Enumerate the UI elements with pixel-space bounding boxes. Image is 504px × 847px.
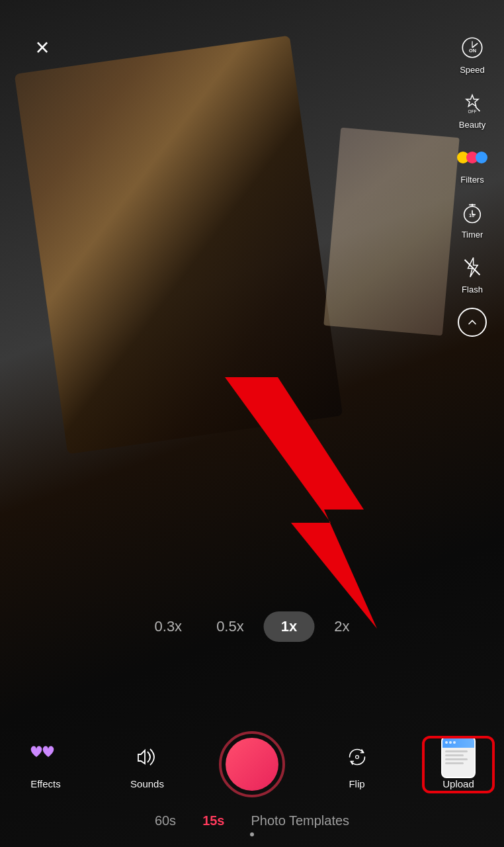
effects-icon (28, 740, 63, 774)
flash-control[interactable]: Flash (454, 249, 491, 298)
flip-icon (340, 740, 374, 774)
flip-button[interactable]: Flip (327, 740, 387, 789)
svg-point-14 (355, 755, 358, 758)
timer-control[interactable]: 10 Timer (454, 194, 491, 244)
svg-line-12 (465, 260, 480, 275)
record-button[interactable] (219, 731, 285, 797)
beauty-control[interactable]: OFF Beauty (454, 84, 491, 134)
flash-label: Flash (462, 285, 483, 294)
sounds-button[interactable]: Sounds (118, 740, 177, 789)
svg-text:10: 10 (469, 212, 474, 218)
filters-control[interactable]: Filters (454, 139, 491, 189)
close-button[interactable]: × (26, 32, 58, 64)
duration-15s[interactable]: 15s (202, 813, 224, 828)
red-arrow-annotation (172, 377, 384, 629)
duration-photo-templates[interactable]: Photo Templates (251, 813, 350, 828)
effects-label: Effects (30, 778, 61, 789)
record-outer-ring (219, 731, 285, 797)
effects-button[interactable]: Effects (16, 740, 75, 789)
duration-60s[interactable]: 60s (155, 813, 176, 828)
more-button[interactable] (458, 308, 487, 337)
scroll-indicator-dot (250, 832, 254, 836)
right-controls-panel: ON Speed OFF Beauty Filters (454, 29, 491, 341)
flip-label: Flip (349, 778, 364, 789)
svg-text:OFF: OFF (468, 109, 476, 114)
close-icon: × (35, 36, 49, 60)
svg-marker-13 (225, 377, 377, 629)
upload-button[interactable]: Upload (429, 740, 488, 789)
speed-label: Speed (460, 65, 485, 75)
flash-icon (458, 253, 487, 282)
speed-control[interactable]: ON Speed (454, 29, 491, 79)
duration-tabs: 60s 15s Photo Templates (0, 805, 504, 832)
indicator-dot-container (0, 832, 504, 847)
sounds-icon (130, 740, 165, 774)
record-inner-circle (226, 738, 278, 791)
filters-icon (458, 143, 487, 172)
speed-icon: ON (458, 33, 487, 62)
more-control[interactable] (454, 304, 491, 341)
filters-label: Filters (460, 175, 483, 185)
sounds-label: Sounds (130, 778, 164, 789)
upload-highlight (422, 736, 495, 793)
beauty-label: Beauty (459, 120, 485, 130)
bottom-toolbar: Effects Sounds (0, 718, 504, 805)
bottom-area: Effects Sounds (0, 718, 504, 847)
beauty-icon: OFF (458, 88, 487, 117)
svg-text:ON: ON (469, 48, 476, 54)
timer-label: Timer (462, 230, 483, 240)
timer-icon: 10 (458, 198, 487, 227)
